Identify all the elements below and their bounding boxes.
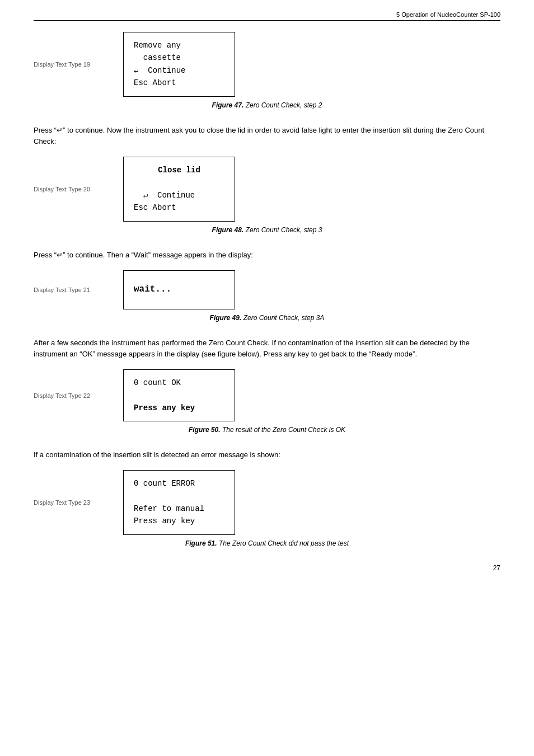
display-label-21: Display Text Type 21 (34, 287, 123, 293)
section-fig47: Display Text Type 19 Remove any cassette… (34, 32, 500, 109)
section-fig48: Display Text Type 20 Close lid ↵ Continu… (34, 157, 500, 234)
display-label-23: Display Text Type 23 (34, 499, 123, 506)
display-box-22: 0 count OK Press any key (123, 369, 235, 421)
figure-49-caption: Figure 49. Zero Count Check, step 3A (34, 314, 500, 322)
figure-48-caption: Figure 48. Zero Count Check, step 3 (34, 226, 500, 234)
body-text-1: Press “↵” to continue. Now the instrumen… (34, 125, 500, 148)
display-box-19: Remove any cassette ↵ Continue Esc Abort (123, 32, 235, 97)
figure-47-container: Display Text Type 19 Remove any cassette… (34, 32, 500, 97)
display-box-21: wait... (123, 270, 235, 309)
body-text-4: If a contamination of the insertion slit… (34, 449, 500, 461)
section-fig49: Display Text Type 21 wait... Figure 49. … (34, 270, 500, 322)
section-fig51: Display Text Type 23 0 count ERROR Refer… (34, 470, 500, 547)
figure-50-caption: Figure 50. The result of the Zero Count … (34, 426, 500, 434)
section-fig50: Display Text Type 22 0 count OK Press an… (34, 369, 500, 434)
body-text-3: After a few seconds the instrument has p… (34, 337, 500, 361)
display-label-20: Display Text Type 20 (34, 186, 123, 192)
display-box-20: Close lid ↵ Continue Esc Abort (123, 157, 235, 222)
page-header: 5 Operation of NucleoCounter SP-100 (34, 11, 500, 21)
figure-51-container: Display Text Type 23 0 count ERROR Refer… (34, 470, 500, 535)
figure-48-container: Display Text Type 20 Close lid ↵ Continu… (34, 157, 500, 222)
display-label-19: Display Text Type 19 (34, 61, 123, 68)
display-box-23: 0 count ERROR Refer to manual Press any … (123, 470, 235, 535)
display-label-22: Display Text Type 22 (34, 392, 123, 399)
page-number: 27 (34, 564, 500, 572)
figure-47-caption: Figure 47. Zero Count Check, step 2 (34, 101, 500, 109)
body-text-2: Press “↵” to continue. Then a “Wait” mes… (34, 250, 500, 261)
figure-49-container: Display Text Type 21 wait... (34, 270, 500, 309)
figure-50-container: Display Text Type 22 0 count OK Press an… (34, 369, 500, 421)
header-text: 5 Operation of NucleoCounter SP-100 (396, 11, 500, 18)
figure-51-caption: Figure 51. The Zero Count Check did not … (34, 539, 500, 547)
